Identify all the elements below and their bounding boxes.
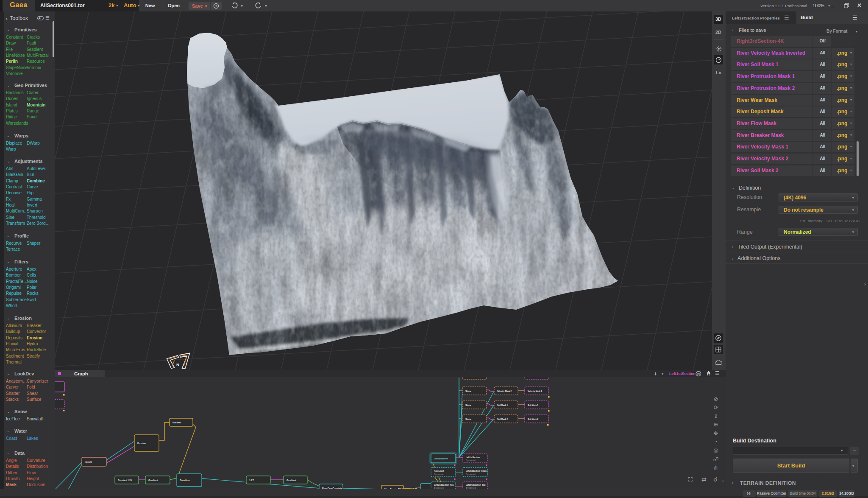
- svg-text:Soil Mask 1: Soil Mask 1: [528, 404, 538, 406]
- svg-text:Left1stSection: Left1stSection: [434, 458, 448, 460]
- svg-text:N: N: [176, 362, 179, 367]
- svg-text:Height: Height: [85, 461, 92, 463]
- svg-text:Left2ndSection-Texture: Left2ndSection-Texture: [466, 470, 487, 472]
- svg-text:Soil Mask 2: Soil Mask 2: [497, 418, 508, 420]
- svg-text:Soil Mask 1: Soil Mask 1: [497, 404, 508, 406]
- svg-text:Bypassed: Bypassed: [466, 473, 476, 476]
- svg-text:Velocity Mask 2: Velocity Mask 2: [528, 390, 542, 392]
- svg-text:Left1stSection: Left1stSection: [466, 456, 480, 459]
- svg-text:Bypassed: Bypassed: [434, 473, 444, 476]
- svg-text:Soil Mask 2: Soil Mask 2: [528, 418, 538, 420]
- svg-text:Breaker: Breaker: [172, 421, 181, 424]
- svg-text:Gradient: Gradient: [148, 479, 158, 481]
- svg-text:Left2ndSection-Top: Left2ndSection-Top: [466, 484, 486, 486]
- svg-text:1.27: 1.27: [249, 479, 254, 481]
- svg-text:Combine: Combine: [180, 479, 190, 481]
- svg-text:Constant 1.29: Constant 1.29: [118, 479, 132, 481]
- svg-text:Slope: Slope: [465, 418, 471, 420]
- svg-text:AutoLevel: AutoLevel: [434, 470, 444, 472]
- svg-text:Slope: Slope: [465, 390, 471, 392]
- svg-text:@: @: [697, 372, 700, 376]
- svg-text:Erosion: Erosion: [137, 442, 146, 445]
- svg-text:Velocity Mask 2: Velocity Mask 2: [497, 390, 512, 392]
- svg-text:Left2ndSection-Top: Left2ndSection-Top: [434, 484, 454, 486]
- svg-text:Slope: Slope: [465, 404, 471, 406]
- svg-text:Bypassed: Bypassed: [466, 459, 476, 462]
- svg-text:Gradient: Gradient: [287, 479, 296, 481]
